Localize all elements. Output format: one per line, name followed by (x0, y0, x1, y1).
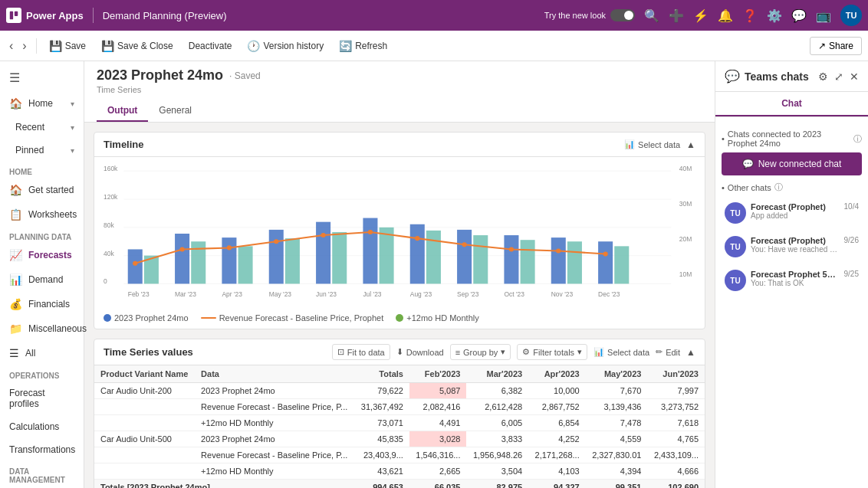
col-data: Data (195, 365, 354, 383)
prophet-legend-dot (104, 314, 111, 322)
help-icon[interactable]: ❓ (742, 8, 758, 23)
sidebar-item-miscellaneous[interactable]: 📁 Miscellaneous (0, 316, 84, 341)
forward-button[interactable]: › (19, 36, 29, 56)
save-close-icon: 💾 (101, 40, 114, 52)
table-select-data-btn[interactable]: 📊 Select data (593, 347, 649, 357)
sidebar-item-calculations[interactable]: Calculations (0, 415, 84, 438)
chart-icon: 📊 (624, 139, 635, 149)
timeline-select-data-btn[interactable]: 📊 Select data (624, 139, 680, 149)
teams-filter-icon[interactable]: ⚙ (818, 70, 828, 83)
filter-topbar-icon[interactable]: ⚡ (693, 8, 709, 23)
tab-chat[interactable]: Chat (715, 92, 868, 116)
sidebar-item-forecasts[interactable]: 📈 Forecasts (0, 243, 84, 267)
download-icon: ⬇ (396, 347, 403, 357)
chat-topbar-icon[interactable]: 💬 (791, 8, 807, 23)
edit-icon: ✏ (656, 347, 663, 357)
cell-data-name: Revenue Forecast - Baseline Price, P... (195, 399, 354, 415)
teams-popout-icon[interactable]: ⤢ (834, 70, 843, 83)
svg-point-47 (556, 248, 561, 253)
misc-label: Miscellaneous (28, 323, 87, 334)
table-row: Car Audio Unit-500 2023 Prophet 24mo 45,… (94, 431, 705, 447)
back-button[interactable]: ‹ (6, 36, 16, 56)
totals-row: Totals [2023 Prophet 24mo] 994,653 66,03… (94, 480, 705, 489)
timeline-title: Timeline (104, 139, 144, 150)
svg-rect-25 (551, 237, 566, 283)
sidebar-item-all[interactable]: ☰ All (0, 341, 84, 365)
other-chats-info-icon[interactable]: ⓘ (774, 182, 783, 193)
version-history-button[interactable]: 🕐 Version history (241, 37, 330, 55)
sidebar-item-forecast-profiles[interactable]: Forecast profiles (0, 382, 84, 415)
calculations-label: Calculations (9, 421, 59, 432)
deactivate-button[interactable]: Deactivate (182, 38, 238, 54)
chat-list-item[interactable]: TU Forecast Prophet 52 week You: That is… (722, 265, 862, 296)
cell-product (94, 447, 195, 463)
save-close-button[interactable]: 💾 Save & Close (95, 37, 179, 55)
filter-totals-btn[interactable]: ⚙ Filter totals ▾ (517, 344, 587, 360)
group-icon: ≡ (455, 348, 460, 357)
add-topbar-icon[interactable]: ➕ (669, 8, 684, 23)
download-btn[interactable]: ⬇ Download (396, 347, 444, 357)
teams-tabs: Chat (715, 92, 868, 117)
chat-name: Forecast Prophet 52 week (751, 270, 840, 279)
sidebar-item-pinned[interactable]: Pinned ▾ (0, 139, 84, 162)
save-button[interactable]: 💾 Save (43, 37, 92, 55)
sidebar-item-financials[interactable]: 💰 Financials (0, 292, 84, 316)
totals-mar: 82,975 (466, 480, 528, 489)
fit-to-data-btn[interactable]: ⊡ Fit to data (332, 344, 390, 360)
svg-rect-0 (10, 11, 13, 20)
fit-icon: ⊡ (337, 347, 344, 357)
cell-jun: 4,666 (647, 463, 705, 480)
svg-point-38 (133, 261, 137, 266)
svg-text:Jun '23: Jun '23 (316, 290, 337, 298)
legend-revenue-forecast: Revenue Forecast - Baseline Price, Proph… (201, 313, 384, 323)
financials-icon: 💰 (9, 298, 22, 310)
timeline-collapse-btn[interactable]: ▲ (686, 139, 695, 150)
share-button[interactable]: ↗ Share (810, 37, 862, 55)
tab-output[interactable]: Output (97, 100, 148, 122)
sidebar-item-transformations[interactable]: Transformations (0, 438, 84, 461)
svg-text:May '23: May '23 (269, 290, 292, 298)
page-title-row: 2023 Prophet 24mo · Saved (97, 67, 702, 84)
new-connected-chat-btn[interactable]: 💬 New connected chat (722, 152, 862, 175)
svg-rect-24 (504, 235, 518, 283)
chat-avatar: TU (725, 270, 746, 291)
sidebar-item-recent[interactable]: Recent ▾ (0, 116, 84, 139)
sidebar-item-demand[interactable]: 📊 Demand (0, 267, 84, 292)
sidebar: ☰ 🏠 Home ▾ Recent ▾ Pinned ▾ Home 🏠 Get … (0, 61, 84, 488)
search-topbar-icon[interactable]: 🔍 (644, 8, 659, 23)
table-section: Time Series values ⊡ Fit to data ⬇ Downl… (94, 339, 705, 488)
connected-chats-info-icon[interactable]: ⓘ (853, 133, 862, 145)
sidebar-hamburger[interactable]: ☰ (0, 64, 84, 91)
svg-rect-29 (238, 246, 253, 283)
notification-icon[interactable]: 🔔 (718, 8, 733, 23)
chat-list-item[interactable]: TU Forecast (Prophet) App added 10/4 (722, 198, 862, 228)
sidebar-item-worksheets[interactable]: 📋 Worksheets (0, 202, 84, 227)
try-new-look[interactable]: Try the new look (544, 9, 635, 21)
user-avatar[interactable]: TU (840, 5, 862, 26)
settings-topbar-icon[interactable]: ⚙️ (767, 8, 782, 23)
chat-list-item[interactable]: TU Forecast (Prophet) You: Have we reach… (722, 231, 862, 262)
col-mar-2023: Mar'2023 (466, 365, 528, 383)
sidebar-item-home[interactable]: 🏠 Home ▾ (0, 91, 84, 116)
timeline-chart: 160k 120k 80k 40k 0 40M 30M 20M 10M (104, 163, 695, 304)
table-collapse-btn[interactable]: ▲ (686, 347, 695, 358)
edit-btn[interactable]: ✏ Edit (656, 347, 680, 357)
cell-data-name: 2023 Prophet 24mo (195, 383, 354, 399)
tab-general[interactable]: General (148, 100, 202, 122)
app-logo[interactable]: Power Apps (6, 8, 84, 23)
group-by-btn[interactable]: ≡ Group by ▾ (450, 344, 511, 360)
svg-text:40M: 40M (679, 165, 692, 172)
col-feb-2023: Feb'2023 (409, 365, 467, 383)
teams-close-icon[interactable]: ✕ (850, 70, 859, 83)
cell-apr: 2,171,268... (528, 447, 586, 463)
chat-name: Forecast (Prophet) (751, 202, 840, 211)
filter-totals-chevron: ▾ (577, 347, 582, 357)
sidebar-item-get-started[interactable]: 🏠 Get started (0, 178, 84, 202)
other-chats-label: • Other chats ⓘ (722, 182, 862, 193)
chat-preview: You: Have we reached consensus on the Oc… (751, 245, 840, 254)
screen-cast-icon[interactable]: 📺 (816, 8, 831, 23)
svg-text:0: 0 (104, 278, 107, 286)
refresh-button[interactable]: 🔄 Refresh (333, 37, 393, 55)
cell-totals: 23,403,9... (354, 447, 409, 463)
cell-totals: 31,367,492 (354, 399, 409, 415)
